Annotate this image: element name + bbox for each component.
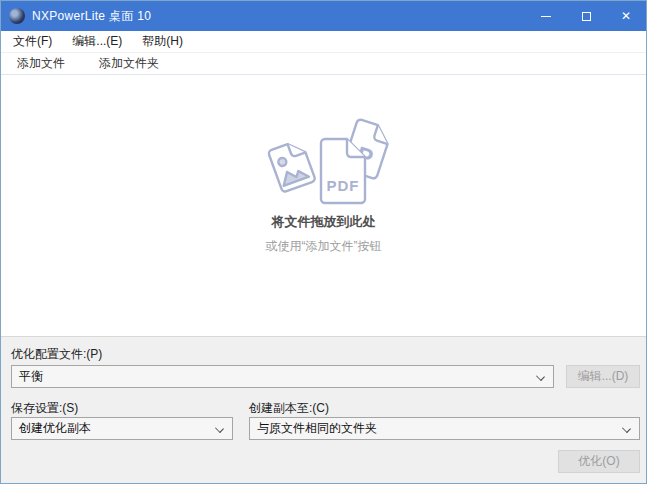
menu-help[interactable]: 帮助(H) xyxy=(132,30,193,53)
minimize-button[interactable] xyxy=(526,1,566,31)
chevron-down-icon xyxy=(622,424,631,433)
save-settings-value: 创建优化副本 xyxy=(19,420,91,437)
chevron-down-icon xyxy=(215,424,224,433)
app-window: NXPowerLite 桌面 10 ✕ 文件(F) 编辑...(E) 帮助(H)… xyxy=(0,0,647,484)
save-settings-label: 保存设置:(S) xyxy=(11,400,78,417)
drop-zone-title: 将文件拖放到此处 xyxy=(272,213,376,231)
settings-panel: 优化配置文件:(P) 平衡 编辑...(D) 保存设置:(S) 创建副本至:(C… xyxy=(1,336,646,483)
title-bar: NXPowerLite 桌面 10 ✕ xyxy=(1,1,646,31)
menu-edit[interactable]: 编辑...(E) xyxy=(62,30,132,53)
maximize-icon xyxy=(582,12,591,21)
profile-label: 优化配置文件:(P) xyxy=(11,346,102,363)
toolbar: 添加文件 添加文件夹 xyxy=(1,53,646,75)
menu-bar: 文件(F) 编辑...(E) 帮助(H) xyxy=(1,31,646,53)
documents-illustration-icon: P PDF xyxy=(246,111,402,207)
edit-profile-button[interactable]: 编辑...(D) xyxy=(566,365,640,388)
chevron-down-icon xyxy=(536,372,545,381)
optimize-button[interactable]: 优化(O) xyxy=(558,450,640,473)
add-files-button[interactable]: 添加文件 xyxy=(7,52,75,75)
close-icon: ✕ xyxy=(621,10,631,22)
drop-zone-subtitle: 或使用“添加文件”按钮 xyxy=(266,238,382,255)
profile-combobox[interactable]: 平衡 xyxy=(11,365,554,388)
file-drop-zone[interactable]: P PDF 将文件拖放到此处 或使用“添加文件”按钮 xyxy=(1,75,646,336)
close-button[interactable]: ✕ xyxy=(606,1,646,31)
menu-file[interactable]: 文件(F) xyxy=(3,30,62,53)
app-logo-icon xyxy=(9,8,25,24)
copy-to-combobox[interactable]: 与原文件相同的文件夹 xyxy=(249,417,640,440)
minimize-icon xyxy=(541,16,551,17)
maximize-button[interactable] xyxy=(566,1,606,31)
save-settings-combobox[interactable]: 创建优化副本 xyxy=(11,417,233,440)
copy-to-label: 创建副本至:(C) xyxy=(249,400,329,417)
add-folder-button[interactable]: 添加文件夹 xyxy=(89,52,169,75)
pdf-letters: PDF xyxy=(326,177,359,194)
caption-buttons: ✕ xyxy=(526,1,646,31)
profile-value: 平衡 xyxy=(19,368,43,385)
window-title: NXPowerLite 桌面 10 xyxy=(32,8,526,25)
copy-to-value: 与原文件相同的文件夹 xyxy=(257,420,377,437)
